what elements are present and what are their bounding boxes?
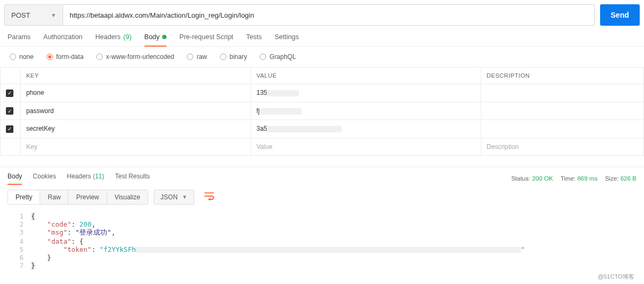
param-description[interactable]: [481, 84, 644, 102]
resp-tab-test-results[interactable]: Test Results: [115, 173, 150, 184]
radio-icon: [10, 54, 16, 60]
resp-tab-body[interactable]: Body: [7, 173, 22, 184]
row-checkbox[interactable]: ✓: [6, 125, 13, 133]
chevron-down-icon: ▼: [182, 194, 187, 200]
param-key[interactable]: secretKey: [26, 125, 55, 132]
format-select[interactable]: JSON ▼: [154, 190, 194, 205]
new-description-input[interactable]: [487, 143, 638, 151]
redacted-value: [267, 90, 299, 96]
time-value: 869 ms: [577, 175, 597, 182]
chevron-down-icon: ▼: [51, 12, 56, 18]
form-data-table: KEY VALUE DESCRIPTION ✓ phone 135 ✓ pass…: [0, 67, 644, 156]
col-value: VALUE: [251, 68, 481, 84]
col-description: DESCRIPTION: [481, 68, 644, 84]
param-value[interactable]: 135: [256, 89, 267, 96]
wrap-lines-button[interactable]: [200, 190, 219, 204]
radio-icon: [220, 54, 226, 60]
table-row-new: [1, 138, 644, 155]
radio-icon: [260, 54, 266, 60]
radio-icon: [187, 54, 193, 60]
redacted-value: [135, 247, 521, 253]
view-mode-group: Pretty Raw Preview Visualize: [7, 190, 148, 205]
view-pretty-button[interactable]: Pretty: [8, 190, 40, 204]
redacted-value: [267, 126, 342, 132]
row-checkbox[interactable]: ✓: [6, 89, 13, 97]
resp-tab-headers[interactable]: Headers (11): [67, 173, 104, 184]
tab-authorization[interactable]: Authorization: [43, 33, 82, 46]
table-row: ✓ password fj: [1, 102, 644, 120]
status-code: 200 OK: [532, 175, 553, 182]
table-row: ✓ secretKey 3a5: [1, 120, 644, 138]
view-raw-button[interactable]: Raw: [40, 190, 69, 204]
row-checkbox[interactable]: ✓: [6, 107, 13, 115]
view-preview-button[interactable]: Preview: [69, 190, 107, 204]
new-value-input[interactable]: [256, 143, 475, 151]
radio-icon: [96, 54, 103, 60]
tab-settings[interactable]: Settings: [275, 33, 299, 46]
radio-graphql[interactable]: GraphQL: [260, 53, 296, 61]
response-body[interactable]: 1{ 2 "code": 200, 3 "msg": "登录成功", 4 "da…: [7, 210, 637, 280]
http-method-value: POST: [11, 11, 30, 19]
param-value[interactable]: 3a5: [256, 125, 267, 132]
radio-binary[interactable]: binary: [220, 53, 247, 61]
radio-raw[interactable]: raw: [187, 53, 207, 61]
new-key-input[interactable]: [26, 143, 245, 151]
tab-body[interactable]: Body: [145, 33, 167, 46]
size-value: 626 B: [620, 175, 637, 182]
view-visualize-button[interactable]: Visualize: [107, 190, 148, 204]
redacted-value: [259, 108, 302, 115]
tab-params[interactable]: Params: [7, 33, 31, 46]
param-key[interactable]: phone: [26, 89, 44, 96]
param-description[interactable]: [481, 120, 644, 138]
radio-none[interactable]: none: [10, 53, 34, 61]
param-description[interactable]: [481, 102, 644, 120]
watermark: @51CTO博客: [598, 273, 634, 280]
send-button[interactable]: Send: [600, 4, 640, 26]
radio-x-www-form-urlencoded[interactable]: x-www-form-urlencoded: [96, 53, 174, 61]
table-row: ✓ phone 135: [1, 84, 644, 102]
tab-tests[interactable]: Tests: [246, 33, 262, 46]
col-check: [1, 68, 21, 84]
wrap-icon: [204, 192, 215, 200]
radio-form-data[interactable]: form-data: [47, 53, 84, 61]
param-key[interactable]: password: [26, 107, 54, 115]
tab-headers[interactable]: Headers (9): [95, 33, 132, 46]
request-url-input[interactable]: [63, 4, 595, 26]
tab-prerequest[interactable]: Pre-request Script: [179, 33, 233, 46]
resp-tab-cookies[interactable]: Cookies: [33, 173, 56, 184]
radio-icon: [47, 54, 53, 60]
http-method-select[interactable]: POST ▼: [4, 4, 63, 26]
dot-icon: [162, 35, 166, 39]
col-key: KEY: [21, 68, 251, 84]
response-stats: Status: 200 OK Time: 869 ms Size: 626 B: [511, 175, 637, 182]
